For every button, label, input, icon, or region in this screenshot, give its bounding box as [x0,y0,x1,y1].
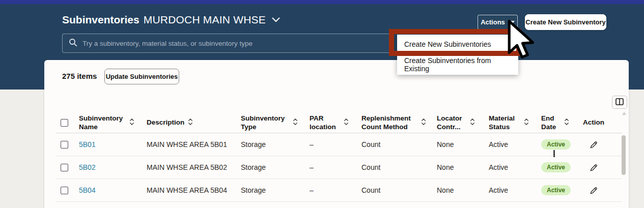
select-all-checkbox[interactable] [61,119,68,127]
row-checkbox[interactable] [61,187,68,194]
edit-pencil-icon[interactable] [583,186,599,195]
page-title: Subinventories MURDOCH MAIN WHSE [62,14,280,26]
column-header-locator-control[interactable]: Locator Contr... [437,114,489,131]
type-cell: Storage [241,163,310,171]
description-cell: MAIN WHSE AREA 5B02 [147,163,241,171]
sort-icon[interactable] [344,118,349,128]
actions-button-label: Actions [481,18,505,26]
search-icon [69,38,77,49]
cursor-mark [553,150,555,157]
column-header-subinventory-name[interactable]: Subinventory Name [79,114,147,131]
dropdown-caret-icon [510,21,515,24]
subinventory-name-link[interactable]: 5B04 [79,186,96,194]
create-new-subinventory-label: Create New Subinventory [525,18,606,26]
column-header-subinventory-type[interactable]: Subinventory Type [241,114,310,131]
menu-item-create-new-subinventories[interactable]: Create New Subinventories [397,35,518,54]
menu-item-create-subinventories-from-existing[interactable]: Create Subinventories from Existing [397,54,518,75]
locator-control-cell: None [437,163,489,171]
sort-icon[interactable] [524,118,529,128]
content-card: 275 items Update Subinventories Subinven… [44,60,629,208]
row-checkbox[interactable] [61,164,68,171]
column-header-action: Action [583,118,622,127]
par-location-cell: – [310,163,361,171]
table-row: 5B01 MAIN WHSE AREA 5B01 Storage – Count… [56,133,622,156]
column-header-end-date[interactable]: End Date [541,114,583,131]
par-location-cell: – [310,186,361,194]
table-row: 5B04 MAIN WHSE AREA 5B04 Storage – Count… [56,179,622,202]
table-header-row: Subinventory Name Description Subinvento… [56,113,622,133]
page-title-context: MURDOCH MAIN WHSE [144,14,266,26]
replenishment-cell: Count [361,163,437,171]
subinventories-table: Subinventory Name Description Subinvento… [56,113,622,202]
description-cell: MAIN WHSE AREA 5B01 [147,140,241,148]
update-subinventories-button[interactable]: Update Subinventories [104,69,179,84]
manage-columns-button[interactable] [612,96,627,109]
status-badge: Active [541,139,571,150]
sort-icon[interactable] [293,118,298,128]
description-cell: MAIN WHSE AREA 5B04 [147,186,241,194]
row-checkbox[interactable] [61,141,68,148]
sort-icon[interactable] [564,118,569,128]
par-location-cell: – [310,140,361,148]
status-badge: Active [541,185,571,195]
sort-icon[interactable] [188,118,193,128]
search-input[interactable] [82,40,384,47]
edit-pencil-icon[interactable] [583,140,599,150]
material-status-cell: Active [489,140,541,148]
type-cell: Storage [241,140,310,148]
actions-button[interactable]: Actions [478,15,518,29]
subinventory-name-link[interactable]: 5B02 [79,163,96,171]
sort-icon[interactable] [421,118,426,128]
scrollbar-thumb[interactable] [622,135,626,175]
column-header-replenishment-count-method[interactable]: Replenishment Count Method [361,114,437,131]
vertical-scrollbar[interactable] [622,112,626,208]
columns-icon [615,98,624,107]
search-bar[interactable] [62,34,390,53]
edit-pencil-icon[interactable] [583,163,599,172]
chevron-down-icon[interactable] [272,17,280,22]
actions-dropdown-menu: Create New Subinventories Create Subinve… [397,35,518,75]
locator-control-cell: None [437,140,489,148]
items-count: 275 items [62,72,97,80]
replenishment-cell: Count [361,186,437,194]
create-new-subinventory-button[interactable]: Create New Subinventory [525,14,606,30]
subinventory-name-link[interactable]: 5B01 [79,140,96,148]
type-cell: Storage [241,186,310,194]
column-header-par-location[interactable]: PAR location [310,114,361,131]
scroll-up-arrow-icon[interactable] [622,112,626,115]
page-title-main: Subinventories [62,14,139,26]
column-header-material-status[interactable]: Material Status [489,114,541,131]
update-subinventories-label: Update Subinventories [106,73,178,80]
material-status-cell: Active [489,163,541,171]
replenishment-cell: Count [361,140,437,148]
locator-control-cell: None [437,186,489,194]
material-status-cell: Active [489,186,541,194]
table-row: 5B02 MAIN WHSE AREA 5B02 Storage – Count… [56,156,622,179]
sort-icon[interactable] [470,118,475,128]
browser-top-strip [0,0,644,4]
screen: Subinventories MURDOCH MAIN WHSE Actions… [0,0,644,208]
sort-icon[interactable] [129,118,134,128]
column-header-description[interactable]: Description [147,118,241,128]
status-badge: Active [541,162,571,172]
